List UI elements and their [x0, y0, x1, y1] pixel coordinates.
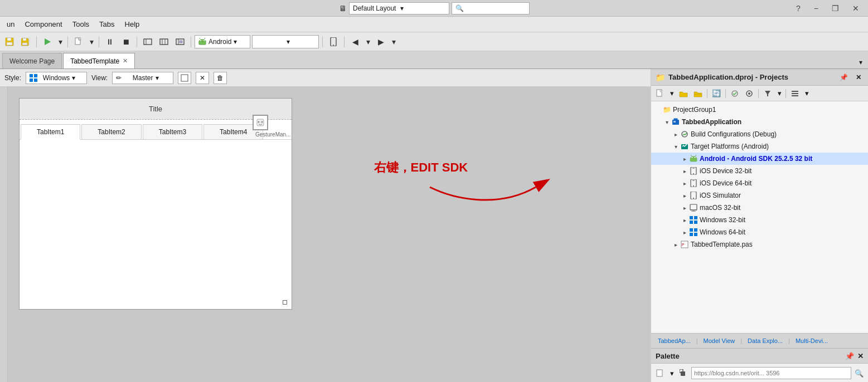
expand-icon[interactable]: ▸ — [680, 166, 689, 175]
forward-dropdown[interactable]: ▾ — [390, 35, 397, 48]
tab-welcome[interactable]: Welcome Page — [2, 53, 62, 68]
palette-close[interactable]: ✕ — [857, 352, 864, 360]
panel-pin-button[interactable]: 📌 — [837, 72, 850, 82]
filter-button[interactable] — [761, 87, 774, 100]
bottom-tab-multidevice[interactable]: Multi-Devi... — [791, 336, 832, 346]
form-tab-2[interactable]: TabItem2 — [81, 124, 141, 139]
view-label: View: — [91, 74, 108, 82]
designer-action3[interactable]: 🗑 — [214, 72, 227, 84]
menu-tabs[interactable]: Tabs — [95, 18, 119, 30]
tab-template-close[interactable]: ✕ — [123, 57, 128, 65]
new-button[interactable] — [71, 35, 86, 48]
expand-icon[interactable]: ▸ — [671, 240, 680, 249]
build-button[interactable] — [728, 87, 741, 100]
menu-tools[interactable]: Tools — [68, 18, 94, 30]
palette-search-icon-btn[interactable] — [677, 367, 690, 379]
bottom-tab-tabbedapp[interactable]: TabbedAp... — [653, 336, 695, 346]
tree-item-android[interactable]: ▸ Android - Android SDK 25.2.5 32 bit — [651, 153, 868, 165]
expand-icon[interactable]: ▸ — [680, 154, 689, 163]
form-canvas[interactable]: Title TabItem1 TabItem2 TabItem3 — [19, 98, 292, 310]
tab-dropdown[interactable]: ▾ — [856, 56, 866, 68]
form-tab-1[interactable]: TabItem1 — [21, 124, 80, 140]
maximize-button[interactable]: ❐ — [827, 3, 843, 14]
menu-run[interactable]: un — [2, 18, 19, 30]
svg-rect-28 — [30, 79, 33, 82]
title-search[interactable]: 🔍 — [452, 2, 530, 14]
new-dropdown[interactable]: ▾ — [88, 35, 95, 48]
stop-button[interactable]: ⏹ — [119, 35, 133, 48]
tree-item-pas[interactable]: ▸ P TabbedTemplate.pas — [651, 238, 868, 251]
canvas-resize[interactable] — [283, 300, 287, 305]
filter-dropdown[interactable]: ▾ — [775, 87, 783, 100]
expand-icon[interactable]: ▸ — [671, 130, 680, 139]
back-button[interactable]: ◀ — [348, 35, 362, 48]
tool3-button[interactable] — [173, 35, 187, 48]
palette-new-btn[interactable] — [653, 367, 667, 379]
refresh-button[interactable]: 🔄 — [710, 87, 723, 100]
tree-item-win32[interactable]: ▸ Windows 32-bit — [651, 214, 868, 226]
palette-dropdown-btn[interactable]: ▾ — [668, 367, 676, 379]
designer-action2[interactable]: ✕ — [196, 72, 209, 84]
expand-icon[interactable]: ▾ — [671, 142, 680, 151]
device-button[interactable] — [326, 35, 341, 48]
view-dropdown[interactable]: ✏ Master ▾ — [112, 72, 173, 84]
platform-target-dropdown[interactable]: ▾ — [252, 35, 319, 48]
save-button[interactable] — [2, 35, 17, 48]
run-button[interactable] — [40, 35, 55, 48]
tree-item-macos[interactable]: ▸ macOS 32-bit — [651, 202, 868, 214]
sep5 — [191, 36, 191, 47]
help-button[interactable]: ? — [792, 3, 805, 14]
tree-item-projectgroup[interactable]: 📁 ProjectGroup1 — [651, 104, 868, 116]
tab-template[interactable]: TabbedTemplate ✕ — [63, 53, 135, 68]
android-platform-dropdown[interactable]: Android ▾ — [195, 35, 250, 48]
right-panel: 📁 TabbedApplication.dproj - Projects 📌 ✕… — [651, 69, 868, 382]
tree-item-ios32[interactable]: ▸ iOS Device 32-bit — [651, 165, 868, 177]
run-dropdown[interactable]: ▾ — [56, 35, 64, 48]
bottom-tab-dataexplorer[interactable]: Data Explo... — [743, 336, 787, 346]
tree-item-ios64[interactable]: ▸ iOS Device 64-bit — [651, 177, 868, 189]
new-project-button[interactable] — [653, 87, 667, 100]
minimize-button[interactable]: − — [809, 3, 823, 14]
palette-pin[interactable]: 📌 — [845, 352, 854, 360]
expand-icon[interactable] — [653, 105, 662, 114]
tool2-button[interactable] — [157, 35, 171, 48]
open-folder-button[interactable] — [691, 87, 705, 100]
layout-dropdown[interactable]: Default Layout ▾ — [349, 2, 449, 14]
expand-icon[interactable]: ▸ — [680, 216, 689, 224]
form-tab-3[interactable]: TabItem3 — [143, 124, 202, 139]
palette-search-input[interactable] — [691, 367, 851, 379]
back-dropdown[interactable]: ▾ — [364, 35, 372, 48]
bottom-tab-modelview[interactable]: Model View — [699, 336, 740, 346]
options-button[interactable] — [743, 87, 756, 100]
forward-button[interactable]: ▶ — [374, 35, 388, 48]
panel-close-button[interactable]: ✕ — [854, 72, 864, 82]
view-options[interactable] — [788, 87, 802, 100]
expand-icon[interactable]: ▸ — [680, 191, 689, 200]
close-button[interactable]: ✕ — [848, 3, 864, 14]
title-bar-center: 🖥 Default Layout ▾ 🔍 — [339, 2, 530, 14]
tree-item-iossim[interactable]: ▸ iOS Simulator — [651, 189, 868, 202]
svg-rect-72 — [690, 233, 693, 236]
view-dropdown2[interactable]: ▾ — [803, 87, 811, 100]
form-tab-4[interactable]: TabItem4 GestureMan... — [203, 124, 263, 139]
pause-button[interactable]: ⏸ — [103, 35, 117, 48]
tree-item-tabbedapp[interactable]: ▾ TabbedApplication — [651, 116, 868, 128]
svg-point-51 — [695, 157, 696, 158]
expand-icon[interactable]: ▾ — [662, 117, 671, 126]
rt-dropdown[interactable]: ▾ — [668, 87, 676, 100]
designer-action1[interactable] — [178, 72, 191, 84]
tree-item-build[interactable]: ▸ Build Configurations (Debug) — [651, 128, 868, 140]
save-all-button[interactable] — [18, 35, 33, 48]
open-button[interactable] — [677, 87, 690, 100]
menu-help[interactable]: Help — [120, 18, 144, 30]
menu-component[interactable]: Component — [20, 18, 66, 30]
expand-icon[interactable]: ▸ — [680, 228, 689, 237]
sep6 — [322, 36, 323, 47]
tool1-button[interactable] — [140, 35, 155, 48]
expand-icon[interactable]: ▸ — [680, 179, 689, 188]
tree-item-win64[interactable]: ▸ Windows 64-bit — [651, 226, 868, 238]
expand-icon[interactable]: ▸ — [680, 203, 689, 212]
tree-item-targets[interactable]: ▾ Target Platforms (Android) — [651, 140, 868, 153]
palette-search-btn[interactable]: 🔍 — [852, 367, 866, 379]
style-dropdown[interactable]: Windows ▾ — [26, 72, 87, 84]
